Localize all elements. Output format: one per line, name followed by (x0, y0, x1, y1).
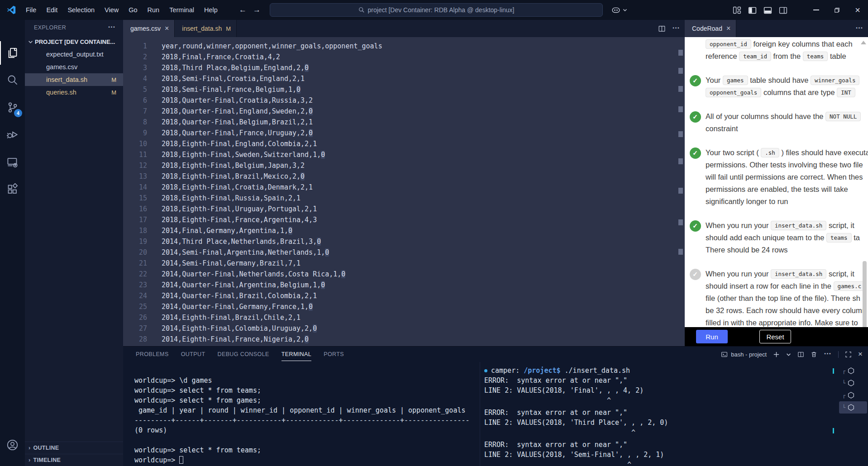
close-icon[interactable]: × (165, 24, 169, 33)
terminal-split-separator[interactable] (480, 362, 480, 466)
line-text: 2014,Final,Germany,Argentina,1,0 (147, 225, 292, 236)
extensions-icon[interactable] (6, 183, 19, 195)
terminal-instance-item[interactable]: ┌ (839, 365, 867, 377)
chevron-down-icon[interactable] (786, 352, 791, 357)
run-debug-icon[interactable] (6, 128, 19, 141)
new-terminal-icon[interactable] (773, 351, 780, 358)
close-panel-icon[interactable]: × (858, 350, 863, 359)
remote-explorer-icon[interactable] (6, 156, 19, 168)
toggle-secondary-sidebar-icon[interactable] (778, 5, 788, 15)
occurrence-highlight: 0 (288, 227, 292, 235)
checklist-line: be 32 rows. Each row should have every c… (706, 304, 868, 317)
code-line: 42018,Semi-Final,Croatia,England,2,1 (123, 73, 677, 84)
command-center-search[interactable]: project [Dev Container: RDB Alpha @ desk… (270, 3, 603, 17)
file-row[interactable]: games.csv (25, 61, 123, 73)
panel-tab-problems[interactable]: PROBLEMS (136, 347, 169, 361)
terminal-pane-psql[interactable]: worldcup=> \d gamesworldcup=> select * f… (134, 376, 470, 465)
minimize-button[interactable] (806, 0, 826, 20)
tab-games.csv[interactable]: games.csv× (123, 20, 175, 37)
code-line: 52018,Semi-Final,France,Belgium,1,0 (123, 84, 677, 95)
terminal-instance-item[interactable]: └ (839, 401, 867, 414)
close-window-button[interactable]: × (847, 0, 868, 20)
code-chip: .sh (761, 148, 779, 157)
restore-button[interactable] (826, 0, 847, 20)
explorer-title: EXPLORER (34, 24, 66, 31)
close-icon[interactable]: × (726, 24, 730, 33)
toggle-primary-sidebar-icon[interactable] (748, 5, 757, 15)
menu-view[interactable]: View (100, 4, 124, 16)
kill-terminal-trash-icon[interactable] (811, 351, 817, 358)
menu-help[interactable]: Help (199, 4, 223, 16)
terminal-instance-label[interactable]: bash - project (721, 351, 767, 358)
panel-tab-ports[interactable]: PORTS (324, 347, 344, 361)
line-number: 19 (123, 236, 147, 247)
text-segment: Your two script ( (706, 148, 761, 157)
scroll-up-icon[interactable] (861, 41, 866, 44)
menu-run[interactable]: Run (143, 4, 165, 16)
git-status-badge: M (111, 76, 116, 83)
code-chip: games.c (834, 281, 866, 291)
menu-go[interactable]: Go (124, 4, 142, 16)
line-number: 14 (123, 182, 147, 193)
terminal-instance-item[interactable]: ┌ (839, 389, 867, 401)
coderoad-more-actions-icon[interactable]: … (855, 22, 863, 31)
text-segment: filled in with the appropriate info. Mak… (706, 319, 858, 327)
toggle-panel-icon[interactable] (763, 5, 773, 15)
code-line: 82018,Quarter-Final,Belgium,Brazil,2,1 (123, 117, 677, 128)
file-row[interactable]: queries.shM (25, 86, 123, 99)
file-row[interactable]: insert_data.shM (25, 73, 123, 86)
split-editor-icon[interactable] (658, 25, 666, 33)
run-button[interactable]: Run (696, 330, 728, 343)
terminal-pane-bash[interactable]: camper: /project$ ./insert_data.shERROR:… (484, 366, 828, 466)
timeline-section[interactable]: › TIMELINE (25, 454, 123, 466)
back-arrow-icon[interactable]: ← (239, 5, 247, 14)
line-number: 2 (123, 52, 147, 62)
tab-coderoad[interactable]: CodeRoad × (685, 20, 736, 37)
maximize-panel-icon[interactable] (845, 351, 852, 358)
explorer-more-actions-icon[interactable]: … (108, 21, 116, 30)
text-segment: be 32 rows. Each row should have every c… (706, 306, 866, 314)
line-number: 13 (123, 171, 147, 182)
menu-edit[interactable]: Edit (41, 4, 62, 16)
terminal-instance-item[interactable]: └ (839, 377, 867, 389)
code-editor[interactable]: 1year,round,winner,opponent,winner_goals… (123, 37, 677, 346)
occurrence-highlight: 0 (309, 303, 313, 311)
webview-scrollbar[interactable] (863, 261, 867, 329)
customize-layout-icon[interactable] (732, 5, 742, 15)
search-view-icon[interactable] (6, 74, 19, 86)
accounts-icon[interactable] (6, 439, 19, 451)
checklist-line: When you run your insert_data.sh script,… (706, 268, 868, 280)
explorer-icon[interactable] (6, 47, 19, 59)
outline-section[interactable]: › OUTLINE (25, 442, 123, 454)
tab-insert_data.sh[interactable]: insert_data.shM (175, 20, 237, 37)
text-segment: All of your columns should have the (706, 112, 825, 120)
checklist-line: opponent_id foreign key columns that eac… (706, 38, 868, 50)
editor-more-actions-icon[interactable]: … (672, 22, 680, 31)
menu-file[interactable]: File (21, 4, 41, 16)
checklist-item: ✓When you run your insert_data.sh script… (685, 219, 868, 256)
terminal-icon (721, 351, 728, 358)
code-chip: NOT NULL (825, 112, 861, 121)
checklist-line: opponent_goals columns that are type INT (706, 86, 868, 99)
copilot-menu[interactable] (611, 0, 627, 20)
panel-header: PROBLEMSOUTPUTDEBUG CONSOLETERMINALPORTS… (123, 347, 868, 362)
project-section-header[interactable]: PROJECT [DEV CONTAINE... (25, 35, 123, 48)
terminal-area[interactable]: worldcup=> \d gamesworldcup=> select * f… (123, 362, 868, 466)
forward-arrow-icon[interactable]: → (253, 5, 261, 14)
panel-more-actions-icon[interactable]: … (824, 347, 832, 357)
panel-tab-output[interactable]: OUTPUT (181, 347, 205, 361)
menu-terminal[interactable]: Terminal (164, 4, 199, 16)
editor-group: games.csv×insert_data.shM … 1year,round,… (123, 20, 685, 346)
panel-tab-terminal[interactable]: TERMINAL (281, 347, 311, 361)
text-segment: foreign key columns that each (751, 40, 853, 48)
file-row[interactable]: expected_output.txt (25, 48, 123, 61)
line-number: 23 (123, 280, 147, 290)
menu-selection[interactable]: Selection (62, 4, 100, 16)
code-line: 72018,Quarter-Final,England,Sweden,2,0 (123, 106, 677, 117)
panel-tab-debug-console[interactable]: DEBUG CONSOLE (217, 347, 269, 361)
split-terminal-icon[interactable] (797, 351, 804, 358)
panel: PROBLEMSOUTPUTDEBUG CONSOLETERMINALPORTS… (123, 346, 868, 466)
overview-ruler[interactable] (677, 37, 685, 346)
checklist-line: There should be 24 rows (706, 244, 868, 256)
reset-button[interactable]: Reset (759, 330, 791, 343)
